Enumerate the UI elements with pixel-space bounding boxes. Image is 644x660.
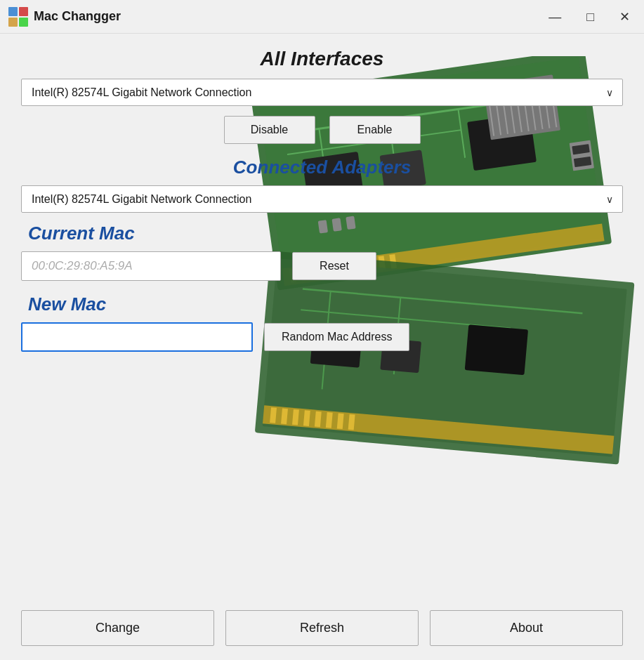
title-bar: Mac Changger — □ ✕ [0, 0, 644, 34]
new-mac-row: Random Mac Address [21, 322, 623, 352]
bottom-buttons-row: Change Refresh About [21, 610, 623, 646]
current-mac-field [21, 251, 281, 281]
connected-adapters-dropdown-wrapper: Intel(R) 82574L Gigabit Network Connecti… [21, 185, 623, 213]
minimize-button[interactable]: — [543, 9, 567, 25]
main-content: All Interfaces Intel(R) 82574L Gigabit N… [0, 34, 644, 660]
connected-adapters-heading: Connected Adapters [21, 157, 623, 178]
title-bar-left: Mac Changger [8, 7, 121, 27]
new-mac-input[interactable] [21, 322, 253, 352]
app-icon [8, 7, 28, 27]
change-button[interactable]: Change [21, 610, 214, 646]
ui-layer: All Interfaces Intel(R) 82574L Gigabit N… [0, 34, 644, 387]
app-title: Mac Changger [34, 9, 121, 24]
disable-button[interactable]: Disable [224, 116, 315, 144]
new-mac-section: New Mac Random Mac Address [21, 293, 623, 352]
svg-rect-2 [8, 18, 18, 27]
maximize-button[interactable]: □ [581, 9, 600, 25]
svg-rect-1 [19, 7, 28, 16]
random-mac-button[interactable]: Random Mac Address [264, 323, 409, 351]
all-interfaces-section: All Interfaces Intel(R) 82574L Gigabit N… [21, 48, 623, 106]
new-mac-heading: New Mac [28, 293, 623, 315]
reset-button[interactable]: Reset [292, 252, 376, 280]
svg-rect-0 [8, 7, 18, 16]
refresh-button[interactable]: Refresh [225, 610, 419, 646]
mac-display-row: Reset [21, 251, 623, 281]
svg-rect-3 [19, 18, 28, 27]
enable-button[interactable]: Enable [329, 116, 421, 144]
all-interfaces-dropdown-wrapper: Intel(R) 82574L Gigabit Network Connecti… [21, 79, 623, 106]
adapter-action-buttons: Disable Enable [21, 116, 623, 144]
all-interfaces-heading: All Interfaces [21, 48, 623, 70]
connected-adapters-section: Connected Adapters Intel(R) 82574L Gigab… [21, 157, 623, 213]
current-mac-section: Current Mac Reset [21, 223, 623, 281]
title-bar-controls: — □ ✕ [543, 9, 636, 25]
all-interfaces-dropdown[interactable]: Intel(R) 82574L Gigabit Network Connecti… [21, 79, 623, 106]
connected-adapters-dropdown[interactable]: Intel(R) 82574L Gigabit Network Connecti… [21, 185, 623, 213]
current-mac-heading: Current Mac [28, 223, 623, 244]
close-button[interactable]: ✕ [614, 9, 636, 25]
about-button[interactable]: About [430, 610, 623, 646]
